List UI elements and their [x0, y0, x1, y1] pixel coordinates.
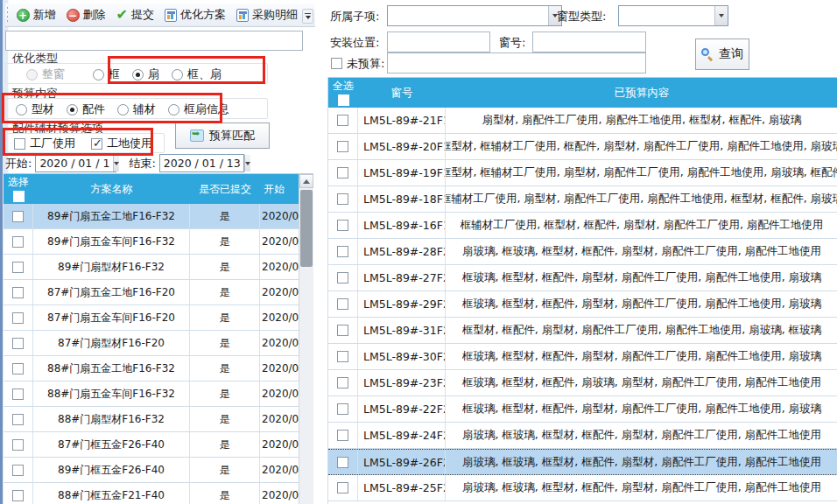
radio-sash[interactable]: 扇: [132, 66, 159, 82]
row-checkbox[interactable]: [12, 439, 24, 451]
row-checkbox[interactable]: [337, 141, 348, 152]
budget-match-button[interactable]: 预算匹配: [175, 122, 270, 149]
budget-table-row[interactable]: LM5L-89#-27F25 框玻璃, 框型材, 框配件, 扇型材, 扇配件工厂…: [328, 265, 837, 291]
start-cell: 2020/0: [260, 432, 299, 457]
row-checkbox[interactable]: [337, 115, 348, 126]
chevron-down-icon[interactable]: [714, 6, 728, 25]
checkbox-site-use[interactable]: 工地使用: [91, 136, 152, 151]
window-type-combobox[interactable]: [618, 5, 728, 26]
submitted-header[interactable]: 是否已提交: [190, 174, 260, 204]
install-position-input[interactable]: [387, 32, 490, 52]
checkbox-factory-use[interactable]: 工厂使用: [14, 136, 75, 151]
plan-table-row[interactable]: 89#门框五金F26-F40 是 2020/0: [4, 458, 299, 483]
query-button[interactable]: 查询: [695, 38, 749, 70]
row-checkbox[interactable]: [337, 193, 348, 205]
budgeted-content-cell: 框辅材工厂使用, 扇型材, 扇配件工厂使用, 扇配件工地使用, 框型材, 框配件…: [446, 186, 837, 212]
budget-table-row[interactable]: LM5L-89#-30F28 框玻璃, 框型材, 框配件, 扇型材, 扇配件工厂…: [328, 344, 837, 370]
submit-button[interactable]: ✔ 提交: [111, 5, 159, 24]
delete-button[interactable]: − 删除: [61, 5, 111, 24]
plan-table-row[interactable]: 89#门扇五金工地F16-F32 是 2020/0: [4, 204, 299, 229]
start-header[interactable]: 开始: [260, 174, 299, 204]
plan-table-row[interactable]: 88#门扇五金车间F16-F32 是 2020/0: [4, 382, 299, 407]
plan-table-row[interactable]: 87#门扇型材F16-F20 是 2020/0: [4, 331, 299, 356]
plan-table-row[interactable]: 89#门扇五金车间F16-F32 是 2020/0: [4, 229, 299, 255]
budget-table-row[interactable]: LM5L-89#-20F18 框型材, 框辅材工厂使用, 框配件, 扇型材, 扇…: [328, 134, 837, 160]
row-checkbox[interactable]: [337, 403, 348, 415]
row-checkbox[interactable]: [12, 388, 24, 400]
row-checkbox[interactable]: [337, 167, 348, 178]
budget-table-row[interactable]: LM5L-89#-31F29 框型材, 框配件, 扇型材, 扇配件工厂使用, 扇…: [328, 318, 837, 344]
budget-table-row[interactable]: LM5L-89#-22F20 框玻璃, 框型材, 框配件, 扇型材, 扇配件工厂…: [328, 396, 837, 423]
end-date-picker[interactable]: 2020 / 01 / 13: [159, 154, 244, 172]
row-checkbox[interactable]: [337, 246, 348, 257]
select-all-checkbox[interactable]: [13, 191, 25, 202]
toolbar-grip-icon[interactable]: [7, 7, 8, 23]
plan-table-scrollbar[interactable]: [299, 174, 313, 504]
start-date-picker[interactable]: 2020 / 01 / 1: [35, 154, 116, 172]
plan-table-row[interactable]: 87#门扇五金工地F16-F20 是 2020/0: [4, 280, 299, 305]
row-checkbox[interactable]: [337, 351, 348, 362]
row-checkbox[interactable]: [337, 298, 348, 310]
row-checkbox[interactable]: [12, 414, 24, 425]
scroll-up-button[interactable]: [299, 174, 313, 188]
radio-frame[interactable]: 框: [93, 66, 120, 82]
plan-name-header[interactable]: 方案名称: [33, 174, 190, 204]
row-checkbox[interactable]: [12, 363, 24, 374]
radio-frame-sash-info[interactable]: 框扇信息: [168, 102, 229, 117]
row-checkbox[interactable]: [337, 377, 348, 388]
row-checkbox[interactable]: [337, 272, 348, 284]
row-checkbox[interactable]: [12, 262, 24, 273]
select-all-column-header: 全选: [328, 78, 358, 108]
chevron-down-icon[interactable]: [244, 155, 250, 172]
unbudgeted-input[interactable]: [387, 52, 646, 74]
budget-table-row[interactable]: LM5L-89#-28F26 扇玻璃, 框玻璃, 框型材, 框配件, 扇型材, …: [328, 239, 837, 265]
radio-profile[interactable]: 型材: [16, 102, 54, 117]
row-checkbox[interactable]: [337, 457, 348, 468]
optimize-plan-button[interactable]: 优化方案: [159, 5, 231, 24]
plan-table-row[interactable]: 87#门扇五金车间F16-F20 是 2020/0: [4, 305, 299, 331]
row-checkbox[interactable]: [12, 287, 24, 298]
budget-table-row[interactable]: LM5L-89#-18F16 框辅材工厂使用, 扇型材, 扇配件工厂使用, 扇配…: [328, 186, 837, 213]
row-checkbox[interactable]: [12, 338, 24, 349]
budget-table-row[interactable]: LM5L-89#-21F19 扇型材, 扇配件工厂使用, 扇配件工地使用, 框型…: [328, 108, 837, 134]
row-checkbox[interactable]: [337, 430, 348, 441]
budget-table-row[interactable]: LM5L-89#-16F15 框辅材工厂使用, 框型材, 框配件, 扇型材, 扇…: [328, 213, 837, 239]
row-checkbox[interactable]: [12, 465, 24, 476]
radio-accessory[interactable]: 配件: [67, 102, 105, 117]
radio-auxiliary[interactable]: 辅材: [117, 102, 156, 117]
window-no-header[interactable]: 窗号: [358, 78, 446, 108]
scrollbar-thumb[interactable]: [300, 190, 313, 267]
row-checkbox[interactable]: [12, 211, 24, 222]
plan-table-row[interactable]: 87#门框五金F26-F40 是 2020/0: [4, 432, 299, 458]
plan-search-input[interactable]: [5, 31, 303, 51]
budgeted-content-header[interactable]: 已预算内容: [446, 78, 837, 108]
radio-icon: [16, 104, 27, 116]
row-select-cell: [4, 407, 33, 431]
budget-table-row[interactable]: LM5L-89#-24F22 扇玻璃, 框玻璃, 框型材, 框配件, 扇型材, …: [328, 423, 837, 449]
toolbar-overflow-button[interactable]: [302, 9, 313, 24]
budget-table-row[interactable]: LM5L-89#-23F21 框玻璃, 框型材, 框配件, 扇玻璃, 扇型材, …: [328, 370, 837, 396]
row-select-cell: [4, 483, 33, 504]
chevron-down-icon[interactable]: [113, 155, 119, 172]
budget-table-row[interactable]: LM5L-89#-26F24 扇玻璃, 框玻璃, 框型材, 框配件, 扇型材, …: [328, 449, 837, 475]
row-checkbox[interactable]: [337, 325, 348, 336]
plan-table-row[interactable]: 88#门框五金F21-F40 是 2020/0: [4, 483, 299, 504]
budget-table-row[interactable]: LM5L-89#-19F17 框型材, 框辅材工厂使用, 扇型材, 扇配件工厂使…: [328, 160, 837, 186]
radio-whole-window[interactable]: 整窗: [26, 66, 65, 82]
unbudgeted-checkbox[interactable]: [331, 58, 342, 69]
row-checkbox[interactable]: [12, 236, 24, 248]
budget-table-row[interactable]: LM5L-89#-29F27 框玻璃, 框型材, 框配件, 扇型材, 扇配件工厂…: [328, 291, 837, 318]
row-checkbox[interactable]: [337, 482, 348, 494]
window-no-input[interactable]: [532, 32, 646, 52]
radio-frame-sash[interactable]: 框、扇: [172, 66, 222, 82]
plan-table-row[interactable]: 88#门扇五金工地F16-F32 是 2020/0: [4, 356, 299, 382]
budget-table-row[interactable]: LM5L-89#-25F23 扇玻璃, 框玻璃, 框型材, 框配件, 扇型材, …: [328, 475, 837, 501]
row-checkbox[interactable]: [12, 490, 24, 501]
select-all-checkbox[interactable]: [338, 94, 349, 106]
row-checkbox[interactable]: [337, 220, 348, 231]
plan-table-row[interactable]: 88#门扇型材F16-F32 是 2020/0: [4, 407, 299, 432]
sub-item-combobox[interactable]: [387, 5, 562, 26]
add-button[interactable]: + 新增: [11, 5, 61, 24]
row-checkbox[interactable]: [12, 312, 24, 324]
plan-table-row[interactable]: 89#门扇型材F16-F32 是 2020/0: [4, 255, 299, 280]
